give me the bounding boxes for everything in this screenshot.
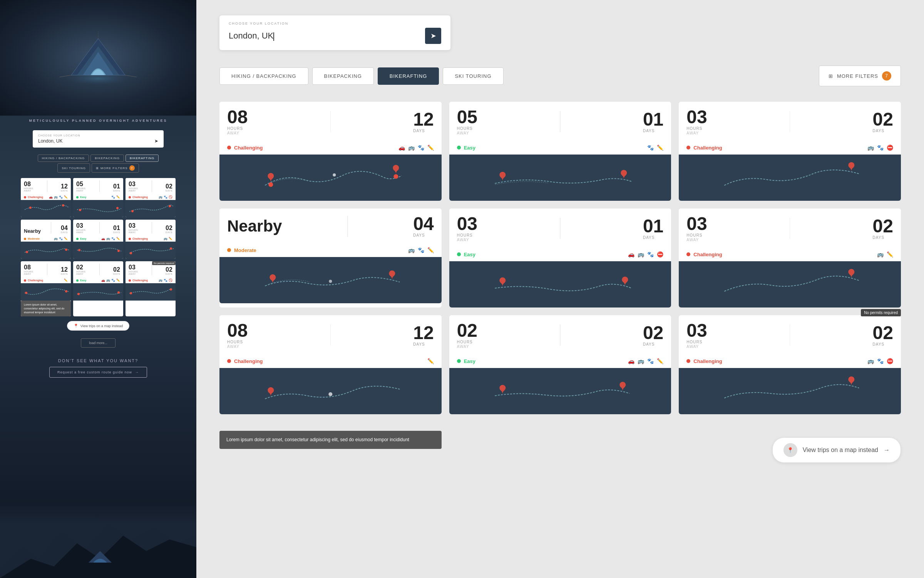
filter-ski-main[interactable]: SKI TOURING xyxy=(443,67,503,85)
more-filters-badge-small: 7 xyxy=(129,165,135,171)
trip-card-9[interactable]: No permits required 03 HOURS AWAY 02 DAY… xyxy=(679,315,901,414)
filter-bikepacking-main[interactable]: BIKEPACKING xyxy=(312,67,374,85)
tagline: METICULOUSLY PLANNED OVERNIGHT ADVENTURE… xyxy=(29,119,167,123)
custom-route-button[interactable]: Request a free custom route guide now → xyxy=(49,367,147,378)
route-map xyxy=(679,261,901,307)
activity-icons: 🚌 🐾 ✏️ xyxy=(408,247,434,253)
small-card-4[interactable]: Nearby 04 DAYS Moderate 🚌🐾✏️ xyxy=(21,220,71,259)
difficulty-dot xyxy=(227,248,231,252)
no-permits-label: No permits required xyxy=(861,309,901,316)
filter-bikerafting-small[interactable]: BIKERAFTING xyxy=(126,155,159,162)
svg-point-7 xyxy=(116,207,119,209)
custom-route-label: Request a free custom route guide now xyxy=(57,370,132,374)
filter-hiking-small[interactable]: HIKING / BACKPACKING xyxy=(38,155,89,162)
nav-icon-small[interactable]: ➤ xyxy=(154,138,158,144)
difficulty-label: Challenging xyxy=(234,145,263,151)
small-tooltip-text: Lorem ipsum dolor sit amet, consectetur … xyxy=(21,301,71,316)
route-map xyxy=(679,368,901,414)
more-filters-main[interactable]: ⊞ MORE FILTERS 7 xyxy=(819,66,901,86)
more-filters-badge: 7 xyxy=(882,71,891,81)
location-box-small[interactable]: CHOOSE YOUR LOCATION London, UK ➤ xyxy=(33,130,164,148)
difficulty-dot xyxy=(686,252,690,256)
small-card-6[interactable]: 03 HOURS AWAY 02 DAYS Challenging 🚌✏️ xyxy=(126,220,176,259)
svg-point-24 xyxy=(333,173,336,176)
dont-see-heading: DON'T SEE WHAT YOU WANT? xyxy=(58,358,138,363)
svg-point-9 xyxy=(169,205,171,207)
route-map xyxy=(449,368,671,414)
more-filters-label: MORE FILTERS xyxy=(837,73,878,79)
svg-point-15 xyxy=(170,247,172,250)
location-search-box[interactable]: CHOOSE YOUR LOCATION London, UK ➤ xyxy=(219,15,450,50)
svg-point-20 xyxy=(130,292,132,294)
small-card-9[interactable]: No permits required 03 HOURS AWAY 02 DAY… xyxy=(126,261,176,316)
trip-card-5[interactable]: 03 HOURS AWAY 01 DAYS Easy 🚗 🚌 🐾 ⛔ xyxy=(449,208,671,307)
small-card-2[interactable]: 05 HOURS AWAY 01 DAYS Easy 🐾✏️ xyxy=(73,178,123,217)
svg-point-14 xyxy=(130,252,132,254)
map-view-btn-small[interactable]: 📍 View trips on a map instead xyxy=(67,321,129,331)
difficulty-dot xyxy=(686,146,690,150)
difficulty-dot xyxy=(457,146,461,150)
small-card-3[interactable]: 03 HOURS AWAY 02 DAYS Challenging 🚌🐾🚫 xyxy=(126,178,176,217)
filter-bikepacking-small[interactable]: BIKEPACKING xyxy=(90,155,124,162)
hero-image xyxy=(0,0,196,116)
difficulty-dot xyxy=(686,359,690,363)
trip-card-6[interactable]: 03 HOURS AWAY 02 DAYS Challenging 🚌 ✏️ xyxy=(679,208,901,307)
svg-point-22 xyxy=(268,182,273,187)
activity-icons: 🚌 🐾 ⛔ xyxy=(867,358,893,364)
map-icon: 📍 xyxy=(783,443,797,457)
map-view-label: View trips on a map instead xyxy=(803,447,878,454)
trip-card-4[interactable]: Nearby 04 DAYS Moderate 🚌 🐾 ✏️ xyxy=(219,208,442,307)
svg-point-25 xyxy=(329,280,332,283)
location-label-small: CHOOSE YOUR LOCATION xyxy=(38,134,158,137)
route-map xyxy=(679,155,901,201)
small-card-7[interactable]: 08 HOURS AWAY 12 DAYS Challenging ✏️ Lor… xyxy=(21,261,71,316)
mountain-footer xyxy=(0,501,196,578)
svg-point-6 xyxy=(79,209,81,211)
trip-card-7[interactable]: 08 HOURS AWAY 12 DAYS Challenging ✏️ xyxy=(219,315,442,414)
filter-bikerafting-main[interactable]: BIKERAFTING xyxy=(378,67,439,85)
trip-card-2[interactable]: 05 HOURS AWAY 01 DAYS Easy 🐾 ✏️ xyxy=(449,102,671,201)
route-map xyxy=(449,261,671,307)
small-card-5[interactable]: 03 HOURS AWAY 01 DAYS Easy 🚗🚌🐾✏️ xyxy=(73,220,123,259)
small-card-8[interactable]: 02 HOURS AWAY 02 DAYS Easy 🚗🚌🐾✏️ xyxy=(73,261,123,316)
location-search-value: London, UK xyxy=(229,31,273,40)
right-panel: CHOOSE YOUR LOCATION London, UK ➤ HIKING… xyxy=(196,0,924,578)
left-panel: ART ✦TREK ● Scott James ▾ xyxy=(0,0,196,578)
route-map xyxy=(219,155,442,201)
trip-card-3[interactable]: 03 HOURS AWAY 02 DAYS Challenging 🚌 🐾 ⛔ xyxy=(679,102,901,201)
route-map xyxy=(219,257,442,303)
trip-cards-grid: 08 HOURS AWAY 12 DAYS Challenging 🚗 🚌 🐾 … xyxy=(219,102,901,414)
svg-point-19 xyxy=(117,291,120,294)
load-more-small[interactable]: load more... xyxy=(81,338,116,348)
activity-icons: 🚌 🐾 ⛔ xyxy=(867,144,893,151)
small-card-1[interactable]: 08 HOURS AWAY 12 DAYS Challenging 🚗🚌🐾✏️ xyxy=(21,178,71,217)
difficulty-dot xyxy=(227,146,231,150)
svg-point-17 xyxy=(65,290,67,292)
location-value-small: London, UK xyxy=(38,138,62,144)
more-filters-small[interactable]: ⊞ MORE FILTERS 7 xyxy=(92,163,139,173)
main-filter-bar: HIKING / BACKPACKING BIKEPACKING BIKERAF… xyxy=(219,66,901,86)
filter-hiking-main[interactable]: HIKING / BACKPACKING xyxy=(219,67,308,85)
map-view-button[interactable]: 📍 View trips on a map instead → xyxy=(772,437,901,463)
svg-point-12 xyxy=(78,249,80,251)
difficulty-label: Challenging xyxy=(693,358,722,364)
card-tooltip-text: Lorem ipsum dolor sit amet, consectetur … xyxy=(219,431,442,449)
activity-icons: 🚗 🚌 🐾 ✏️ xyxy=(398,144,434,151)
trip-card-1[interactable]: 08 HOURS AWAY 12 DAYS Challenging 🚗 🚌 🐾 … xyxy=(219,102,442,201)
map-view-arrow: → xyxy=(884,447,890,454)
svg-point-10 xyxy=(26,251,28,253)
svg-point-13 xyxy=(117,250,120,252)
text-cursor xyxy=(273,32,274,41)
filter-bar-small: HIKING / BACKPACKING BIKEPACKING BIKERAF… xyxy=(21,155,175,173)
activity-icons: 🚗 🚌 🐾 ✏️ xyxy=(628,358,663,364)
location-submit-button[interactable]: ➤ xyxy=(425,28,441,44)
activity-icons: 🚗 🚌 🐾 ⛔ xyxy=(628,251,663,257)
no-permits-tooltip: No permits required xyxy=(861,309,901,316)
difficulty-label: Challenging xyxy=(693,252,722,257)
trip-card-8[interactable]: 02 HOURS AWAY 02 DAYS Easy 🚗 🚌 🐾 ✏️ xyxy=(449,315,671,414)
small-cards-grid: 08 HOURS AWAY 12 DAYS Challenging 🚗🚌🐾✏️ xyxy=(13,178,183,316)
difficulty-label: Moderate xyxy=(234,247,256,253)
activity-icons: ✏️ xyxy=(427,358,434,364)
difficulty-dot xyxy=(457,359,461,363)
filter-ski-small[interactable]: SKI TOURING xyxy=(57,163,90,173)
